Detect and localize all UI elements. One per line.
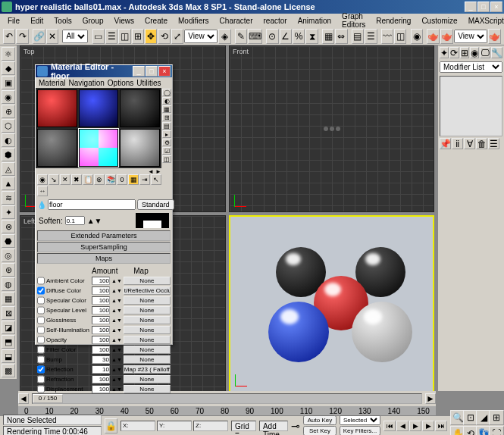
supersampling-rollout[interactable]: SuperSampling bbox=[37, 242, 171, 252]
map-amount-input[interactable] bbox=[92, 385, 110, 393]
mirror-button[interactable]: ⇔ bbox=[335, 29, 347, 44]
show-map-icon[interactable]: ▦ bbox=[128, 174, 139, 185]
maximize-button[interactable]: □ bbox=[477, 2, 490, 12]
spinner-snap-button[interactable]: ⧗ bbox=[305, 29, 318, 44]
map-slot-button[interactable]: None bbox=[124, 375, 171, 383]
soften-input[interactable] bbox=[65, 216, 85, 225]
select-button[interactable]: ▭ bbox=[92, 29, 105, 44]
menu-group[interactable]: Group bbox=[78, 16, 108, 26]
material-slot-4[interactable] bbox=[37, 129, 77, 167]
put-to-scene-icon[interactable]: ↘ bbox=[49, 174, 59, 185]
tool-icon[interactable]: ⊗ bbox=[2, 220, 15, 233]
map-row-checkbox[interactable] bbox=[37, 315, 45, 325]
curve-editor-button[interactable]: 〰 bbox=[381, 29, 393, 44]
me-menu-utilities[interactable]: Utilities bbox=[136, 79, 161, 87]
map-row-checkbox[interactable] bbox=[37, 355, 45, 365]
map-amount-input[interactable] bbox=[92, 355, 110, 364]
tool-icon[interactable]: ⬢ bbox=[2, 148, 15, 161]
go-sibling-icon[interactable]: ↔ bbox=[37, 186, 48, 196]
make-unique-icon[interactable]: ∀ bbox=[464, 138, 475, 149]
render-type-dropdown[interactable]: View bbox=[454, 30, 487, 43]
tool-icon[interactable]: ⊛ bbox=[2, 263, 15, 277]
quick-render-button[interactable]: 🫖 bbox=[440, 29, 453, 44]
map-row-checkbox[interactable] bbox=[37, 296, 45, 305]
tool-icon[interactable]: ▦ bbox=[2, 292, 15, 305]
menu-views[interactable]: Views bbox=[110, 16, 139, 26]
backlight-icon[interactable]: ◐ bbox=[162, 97, 171, 105]
me-maximize-button[interactable]: □ bbox=[146, 66, 158, 77]
keyboard-button[interactable]: ⌨ bbox=[248, 29, 262, 44]
select-by-mat-icon[interactable]: ☑ bbox=[162, 147, 171, 155]
preview-icon[interactable]: ▸ bbox=[162, 130, 171, 138]
sample-uv-icon[interactable]: ⊞ bbox=[162, 114, 171, 121]
map-amount-input[interactable] bbox=[92, 316, 110, 324]
viewport-front[interactable]: Front bbox=[229, 45, 434, 212]
map-row-checkbox[interactable] bbox=[37, 286, 45, 296]
window-crossing-button[interactable]: ⊞ bbox=[132, 29, 144, 44]
map-row-checkbox[interactable] bbox=[37, 365, 45, 374]
pin-stack-icon[interactable]: 📌 bbox=[440, 138, 451, 149]
nav-zoom-ext-icon[interactable]: ⊞ bbox=[489, 410, 504, 425]
snap-button[interactable]: ⊙ bbox=[266, 29, 278, 44]
go-parent-icon[interactable]: ↖ bbox=[151, 174, 161, 185]
render-last-button[interactable]: 🫖 bbox=[488, 29, 501, 44]
select-region-button[interactable]: ◫ bbox=[118, 29, 130, 44]
menu-create[interactable]: Create bbox=[140, 16, 172, 26]
menu-animation[interactable]: Animation bbox=[293, 16, 336, 26]
assign-icon[interactable]: ✕ bbox=[60, 174, 70, 185]
effects-icon[interactable]: 0 bbox=[117, 174, 127, 185]
map-slot-button[interactable]: None bbox=[124, 355, 171, 364]
ref-coord-dropdown[interactable]: View bbox=[184, 30, 218, 43]
tool-icon[interactable]: ◪ bbox=[2, 321, 15, 334]
map-row-checkbox[interactable] bbox=[37, 374, 45, 384]
map-slot-button[interactable]: t/Reflective Occlusion [base] ) bbox=[124, 286, 171, 295]
mat-map-nav-icon[interactable]: ◫ bbox=[162, 155, 171, 163]
reactor-icon[interactable]: ⚛ bbox=[2, 47, 15, 61]
keyfilters-button[interactable]: Key Filters... bbox=[340, 426, 380, 435]
tool-icon[interactable]: ⬒ bbox=[2, 335, 15, 349]
show-end-icon[interactable]: ⇥ bbox=[139, 174, 150, 185]
map-amount-input[interactable] bbox=[92, 336, 110, 344]
get-material-icon[interactable]: ◉ bbox=[37, 174, 48, 185]
modifier-list-dropdown[interactable]: Modifier List bbox=[440, 61, 502, 73]
tool-icon[interactable]: ◆ bbox=[2, 61, 15, 75]
material-slot-5[interactable] bbox=[79, 129, 119, 167]
show-result-icon[interactable]: ⅱ bbox=[452, 138, 463, 149]
play-icon[interactable]: ▶ bbox=[409, 421, 421, 431]
coord-z[interactable]: Z: bbox=[193, 421, 228, 431]
menu-rendering[interactable]: Rendering bbox=[371, 16, 415, 26]
pick-icon[interactable]: 💧 bbox=[37, 201, 46, 209]
background-icon[interactable]: ▦ bbox=[162, 105, 171, 113]
maps-rollout[interactable]: Maps bbox=[37, 253, 171, 264]
select-name-button[interactable]: ☰ bbox=[105, 29, 117, 44]
sample-type-icon[interactable]: ◯ bbox=[162, 89, 171, 96]
map-row-checkbox[interactable] bbox=[37, 325, 45, 335]
percent-snap-button[interactable]: % bbox=[293, 29, 305, 44]
put-library-icon[interactable]: 📚 bbox=[105, 174, 116, 185]
setkey-button[interactable]: Set Key bbox=[303, 426, 337, 435]
map-amount-input[interactable] bbox=[92, 296, 110, 305]
tool-icon[interactable]: ⊕ bbox=[2, 105, 15, 118]
map-amount-input[interactable] bbox=[92, 375, 110, 383]
tool-icon[interactable]: ⬡ bbox=[2, 119, 15, 133]
menu-modifiers[interactable]: Modifiers bbox=[174, 16, 214, 26]
map-amount-input[interactable] bbox=[92, 277, 110, 285]
me-minimize-button[interactable]: _ bbox=[133, 66, 145, 77]
material-slot-2[interactable] bbox=[79, 89, 119, 127]
coord-y[interactable]: Y: bbox=[157, 421, 192, 431]
map-amount-input[interactable] bbox=[92, 365, 110, 374]
map-amount-input[interactable] bbox=[92, 346, 110, 354]
map-slot-button[interactable]: None bbox=[124, 277, 171, 285]
me-menu-options[interactable]: Options bbox=[108, 79, 133, 87]
move-button[interactable]: ✥ bbox=[145, 29, 157, 44]
material-name-input[interactable] bbox=[48, 199, 136, 210]
map-row-checkbox[interactable] bbox=[37, 305, 45, 315]
menu-grapheditors[interactable]: Graph Editors bbox=[337, 11, 370, 30]
tool-icon[interactable]: ⬓ bbox=[2, 349, 15, 363]
make-unique-icon[interactable]: ⊗ bbox=[94, 174, 105, 185]
modify-tab-icon[interactable]: ⟳ bbox=[449, 47, 459, 58]
undo-button[interactable]: ↶ bbox=[3, 29, 15, 44]
menu-tools[interactable]: Tools bbox=[49, 16, 76, 26]
time-back-button[interactable]: ◄ bbox=[18, 393, 29, 404]
tool-icon[interactable]: ▲ bbox=[2, 177, 15, 190]
